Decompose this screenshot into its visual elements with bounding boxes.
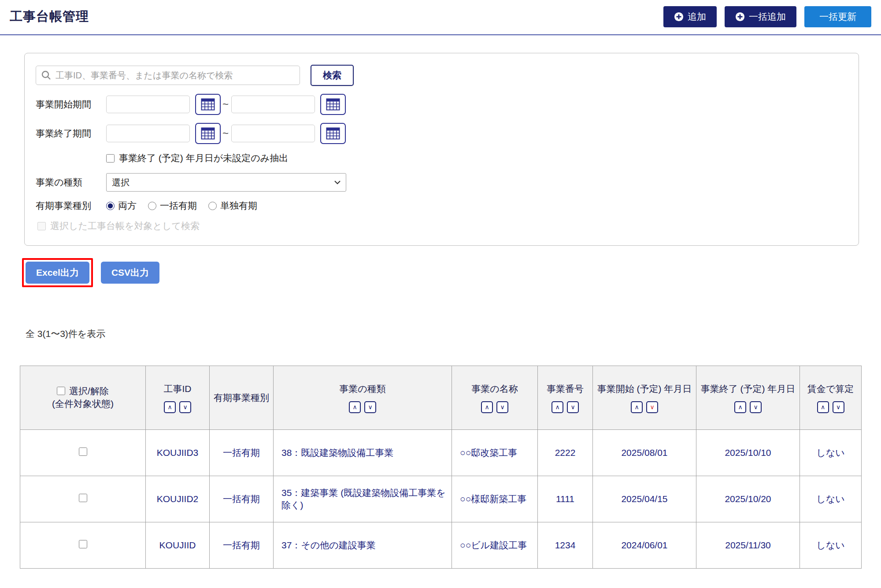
sort-koujiid: ∧ ∨ <box>149 401 206 413</box>
sort-asc-icon[interactable]: ∧ <box>734 401 746 413</box>
row-select-checkbox[interactable] <box>79 540 87 548</box>
sort-desc-icon[interactable]: ∨ <box>833 401 844 413</box>
fixed-term-batch-label: 一括有期 <box>160 200 197 212</box>
cell-koujiid: KOUJIID3 <box>146 430 210 476</box>
table-row: KOUJIID 一括有期 37：その他の建設事業 ○○ビル建設工事 1234 2… <box>20 522 862 569</box>
cell-business-type: 37：その他の建設事業 <box>274 522 452 569</box>
search-button[interactable]: 検索 <box>311 65 354 86</box>
calendar-icon <box>201 98 215 111</box>
sort-asc-icon[interactable]: ∧ <box>552 401 563 413</box>
end-period-to-input[interactable] <box>231 125 315 142</box>
fixed-term-single-radio[interactable] <box>208 202 217 210</box>
excel-highlight-box: Excel出力 <box>22 258 93 287</box>
sort-asc-icon[interactable]: ∧ <box>349 401 361 413</box>
select-all-checkbox[interactable] <box>57 387 65 395</box>
add-button[interactable]: 追加 <box>663 6 717 27</box>
table-header-row: 選択/解除 (全件対象状態) 工事ID ∧ ∨ 有期事業種別 事業の種類 ∧ ∨ <box>20 366 862 430</box>
cell-end-date: 2025/10/20 <box>696 476 800 522</box>
cell-select <box>20 522 146 569</box>
cell-start-date: 2025/04/15 <box>593 476 696 522</box>
select-all-sublabel: (全件対象状態) <box>24 397 142 410</box>
cell-start-date: 2024/06/01 <box>593 522 696 569</box>
col-start-date: 事業開始 (予定) 年月日 ∧ ∨ <box>593 366 696 430</box>
start-period-from-input[interactable] <box>106 96 190 113</box>
radio-option-batch: 一括有期 <box>148 200 197 212</box>
excel-export-button[interactable]: Excel出力 <box>26 262 89 284</box>
sort-asc-icon[interactable]: ∧ <box>817 401 829 413</box>
bulk-update-button[interactable]: 一括更新 <box>804 6 871 27</box>
col-business-number: 事業番号 ∧ ∨ <box>538 366 593 430</box>
sort-end-date: ∧ ∨ <box>700 401 796 413</box>
business-type-select[interactable]: 選択 <box>106 173 346 192</box>
plus-circle-icon <box>674 12 684 22</box>
target-selected-row: 選択した工事台帳を対象として検索 <box>37 220 848 232</box>
cell-koujiid: KOUJIID2 <box>146 476 210 522</box>
topbar-actions: 追加 一括追加 一括更新 <box>663 6 871 27</box>
cell-select <box>20 430 146 476</box>
row-select-checkbox[interactable] <box>79 447 87 456</box>
col-end-date: 事業終了 (予定) 年月日 ∧ ∨ <box>696 366 800 430</box>
cell-fixed-term: 一括有期 <box>210 476 274 522</box>
sort-business-name: ∧ ∨ <box>455 401 534 413</box>
bulk-add-button[interactable]: 一括追加 <box>725 6 796 27</box>
top-bar: 工事台帳管理 追加 一括追加 一括更新 <box>0 0 881 35</box>
start-period-to-calendar-button[interactable] <box>320 94 346 115</box>
sort-desc-icon-active[interactable]: ∨ <box>646 401 658 413</box>
search-icon <box>41 70 52 81</box>
end-unset-filter-row: 事業終了 (予定) 年月日が未設定のみ抽出 <box>106 152 848 164</box>
cell-koujiid: KOUJIID <box>146 522 210 569</box>
col-select: 選択/解除 (全件対象状態) <box>20 366 146 430</box>
cell-business-number: 1111 <box>538 476 593 522</box>
start-period-label: 事業開始期間 <box>36 98 106 111</box>
end-unset-checkbox[interactable] <box>106 154 115 163</box>
fixed-term-both-label: 両方 <box>118 200 137 212</box>
sort-desc-icon[interactable]: ∨ <box>567 401 579 413</box>
add-button-label: 追加 <box>688 11 706 23</box>
cell-start-date: 2025/08/01 <box>593 430 696 476</box>
cell-wage-calc: しない <box>800 476 862 522</box>
calendar-icon <box>326 98 340 111</box>
start-period-from-calendar-button[interactable] <box>195 94 221 115</box>
start-period-to-input[interactable] <box>231 96 315 113</box>
fixed-term-both-radio[interactable] <box>106 202 115 210</box>
col-wage-calc: 賃金で算定 ∧ ∨ <box>800 366 862 430</box>
cell-business-name: ○○様邸新築工事 <box>452 476 538 522</box>
end-period-to-calendar-button[interactable] <box>320 123 346 144</box>
target-selected-checkbox <box>37 222 46 230</box>
col-koujiid: 工事ID ∧ ∨ <box>146 366 210 430</box>
cell-business-type: 35：建築事業 (既設建築物設備工事業を除く) <box>274 476 452 522</box>
business-type-select-wrap: 選択 <box>106 173 346 192</box>
calendar-icon <box>326 127 340 140</box>
cell-end-date: 2025/10/10 <box>696 430 800 476</box>
sort-asc-icon[interactable]: ∧ <box>481 401 493 413</box>
bulk-add-button-label: 一括追加 <box>749 11 786 23</box>
cell-business-name: ○○ビル建設工事 <box>452 522 538 569</box>
cell-select <box>20 476 146 522</box>
sort-asc-icon[interactable]: ∧ <box>164 401 176 413</box>
search-panel: 検索 事業開始期間 ~ <box>24 53 859 246</box>
col-fixed-term: 有期事業種別 <box>210 366 274 430</box>
cell-fixed-term: 一括有期 <box>210 522 274 569</box>
keyword-search-input[interactable] <box>36 66 300 85</box>
fixed-term-batch-radio[interactable] <box>148 202 156 210</box>
sort-desc-icon[interactable]: ∨ <box>364 401 376 413</box>
row-select-checkbox[interactable] <box>79 494 87 502</box>
cell-business-name: ○○邸改築工事 <box>452 430 538 476</box>
sort-asc-icon[interactable]: ∧ <box>631 401 643 413</box>
end-period-label: 事業終了期間 <box>36 127 106 140</box>
keyword-search-box <box>36 66 300 85</box>
page-title: 工事台帳管理 <box>10 8 89 26</box>
cell-business-number: 1234 <box>538 522 593 569</box>
sort-desc-icon[interactable]: ∨ <box>179 401 191 413</box>
end-period-from-calendar-button[interactable] <box>195 123 221 144</box>
target-selected-checkbox-label: 選択した工事台帳を対象として検索 <box>50 220 200 232</box>
plus-circle-icon <box>735 12 745 22</box>
csv-export-button[interactable]: CSV出力 <box>101 262 159 284</box>
end-period-from-input[interactable] <box>106 125 190 142</box>
cell-wage-calc: しない <box>800 430 862 476</box>
cell-business-type: 38：既設建築物設備工事業 <box>274 430 452 476</box>
radio-option-single: 単独有期 <box>208 200 257 212</box>
results-summary: 全 3(1〜3)件を表示 <box>26 328 881 340</box>
sort-desc-icon[interactable]: ∨ <box>496 401 508 413</box>
sort-desc-icon[interactable]: ∨ <box>750 401 762 413</box>
